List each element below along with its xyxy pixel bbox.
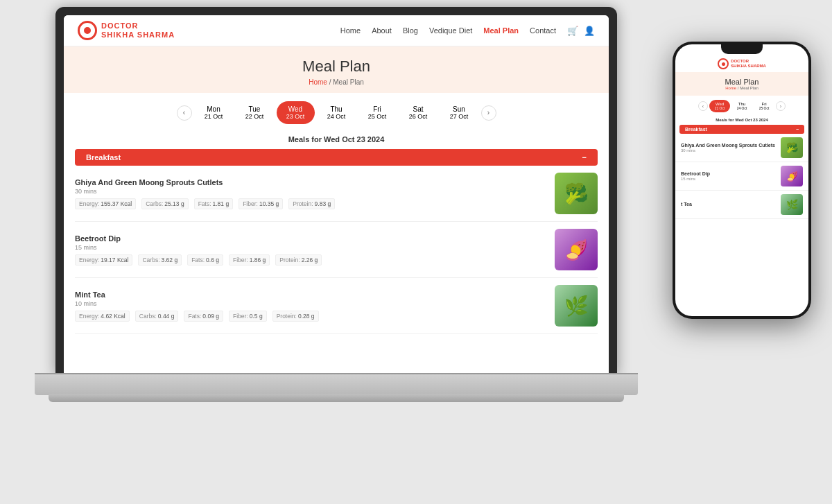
phone-meal-cutlets: Ghiya And Green Moong Sprouts Cutlets 30… — [675, 134, 808, 162]
phone: DOCTOR SHIKHA SHARMA Meal Plan Home / Me… — [673, 42, 811, 319]
nav-blog[interactable]: Blog — [403, 26, 418, 35]
phone-logo-top: DOCTOR — [731, 59, 766, 64]
phone-prev-day[interactable]: ‹ — [698, 101, 708, 111]
laptop-foot — [49, 394, 624, 402]
nutrition-carbs-2: Carbs: 3.62 g — [138, 254, 182, 266]
phone-meal-beetroot-info: Beetroot Dip 15 mins — [681, 171, 777, 181]
nav-links: Home About Blog Vedique Diet Meal Plan C… — [340, 26, 556, 35]
user-icon[interactable]: 👤 — [584, 26, 595, 36]
meal-cutlets-name: Ghiya And Green Moong Sprouts Cutlets — [75, 178, 548, 186]
breakfast-section-header: Breakfast − — [75, 149, 598, 166]
phone-logo-text: DOCTOR SHIKHA SHARMA — [731, 59, 766, 68]
nav-contact[interactable]: Contact — [530, 26, 556, 35]
phone-logo: DOCTOR SHIKHA SHARMA — [718, 58, 766, 69]
nutrition-fats-1: Fats: 1.81 g — [194, 198, 234, 209]
nutrition-fiber-3: Fiber: 0.5 g — [229, 311, 267, 322]
phone-meals-header: Meals for Wed Oct 23 2024 — [675, 116, 808, 125]
nutrition-protein-2: Protein: 2.26 g — [275, 254, 322, 266]
logo-inner-icon — [84, 27, 91, 34]
nav-about[interactable]: About — [372, 26, 392, 35]
meal-mint-time: 10 mins — [75, 300, 548, 307]
meal-beetroot-info: Beetroot Dip 15 mins Energy: 19.17 Kcal … — [75, 234, 548, 266]
meal-mint-info: Mint Tea 10 mins Energy: 4.62 Kcal Carbs… — [75, 290, 548, 322]
meal-cutlets-info: Ghiya And Green Moong Sprouts Cutlets 30… — [75, 178, 548, 209]
nutrition-carbs-3: Carbs: 0.44 g — [135, 311, 179, 322]
phone-collapse-icon[interactable]: − — [796, 127, 799, 132]
nutrition-fiber-1: Fiber: 10.35 g — [239, 198, 283, 209]
phone-breakfast-label: Breakfast — [685, 127, 707, 132]
phone-day-thu[interactable]: Thu 24 Oct — [731, 100, 752, 112]
nutrition-protein-3: Protein: 0.28 g — [272, 311, 319, 322]
phone-day-wed[interactable]: Wed 21 Oct — [709, 100, 730, 112]
meal-cutlets-time: 30 mins — [75, 188, 548, 195]
day-wed[interactable]: Wed 23 Oct — [277, 101, 315, 124]
nav-vedique-diet[interactable]: Vedique Diet — [429, 26, 472, 35]
day-sat[interactable]: Sat 26 Oct — [399, 101, 437, 124]
phone-meal-cutlets-info: Ghiya And Green Moong Sprouts Cutlets 30… — [681, 143, 777, 153]
nutrition-energy-2: Energy: 19.17 Kcal — [75, 254, 132, 266]
laptop: DOCTOR SHIKHA SHARMA Home About Blog Ved… — [35, 7, 638, 492]
day-fri[interactable]: Fri 25 Oct — [358, 101, 397, 124]
meal-mint-name: Mint Tea — [75, 290, 548, 299]
phone-nav: DOCTOR SHIKHA SHARMA — [675, 55, 808, 72]
phone-mint-name: t Tea — [681, 202, 777, 207]
nutrition-fiber-2: Fiber: 1.86 g — [229, 254, 270, 266]
phone-day-selector: ‹ Wed 21 Oct Thu 24 Oct Fri 25 Oct › — [675, 96, 808, 116]
site-navigation: DOCTOR SHIKHA SHARMA Home About Blog Ved… — [64, 15, 609, 46]
phone-cutlets-image: 🥦 — [781, 137, 803, 158]
phone-meal-beetroot: Beetroot Dip 15 mins 🍠 — [675, 162, 808, 191]
collapse-breakfast-icon[interactable]: − — [582, 153, 587, 162]
logo-top-text: DOCTOR — [101, 21, 175, 31]
nutrition-fats-2: Fats: 0.6 g — [187, 254, 223, 266]
phone-page-title: Meal Plan — [681, 78, 803, 86]
phone-day-fri[interactable]: Fri 25 Oct — [754, 100, 774, 112]
day-mon[interactable]: Mon 21 Oct — [195, 101, 233, 124]
nutrition-energy-3: Energy: 4.62 Kcal — [75, 311, 130, 322]
phone-breakfast-header: Breakfast − — [679, 125, 804, 134]
phone-cutlets-name: Ghiya And Green Moong Sprouts Cutlets — [681, 143, 777, 148]
phone-outer: DOCTOR SHIKHA SHARMA Meal Plan Home / Me… — [673, 42, 811, 319]
prev-day-button[interactable]: ‹ — [177, 105, 192, 121]
logo: DOCTOR SHIKHA SHARMA — [78, 21, 175, 40]
meal-mint-image: 🌿 — [555, 285, 598, 327]
day-thu[interactable]: Thu 24 Oct — [318, 101, 356, 124]
meal-item-mint-tea: Mint Tea 10 mins Energy: 4.62 Kcal Carbs… — [75, 278, 598, 334]
logo-text: DOCTOR SHIKHA SHARMA — [101, 21, 175, 40]
laptop-screen: DOCTOR SHIKHA SHARMA Home About Blog Ved… — [55, 7, 617, 374]
nav-meal-plan[interactable]: Meal Plan — [483, 26, 519, 35]
logo-circle-icon — [78, 21, 97, 40]
breadcrumb-home[interactable]: Home — [309, 78, 327, 86]
phone-beetroot-name: Beetroot Dip — [681, 171, 777, 176]
nav-home[interactable]: Home — [340, 26, 361, 35]
meal-cutlets-nutrition: Energy: 155.37 Kcal Carbs: 25.13 g Fats:… — [75, 198, 548, 209]
next-day-button[interactable]: › — [481, 105, 496, 121]
logo-brand-text: SHIKHA SHARMA — [101, 31, 175, 40]
meal-cutlets-image: 🥦 — [555, 173, 598, 214]
phone-next-day[interactable]: › — [776, 101, 786, 111]
phone-breadcrumb-current: Meal Plan — [740, 86, 759, 90]
phone-beetroot-image: 🍠 — [781, 166, 803, 186]
phone-meal-mint-info: t Tea — [681, 202, 777, 207]
meal-beetroot-name: Beetroot Dip — [75, 234, 548, 243]
laptop-content: DOCTOR SHIKHA SHARMA Home About Blog Ved… — [64, 15, 609, 374]
day-tue[interactable]: Tue 22 Oct — [236, 101, 274, 124]
phone-breadcrumb-home: Home — [725, 86, 736, 90]
meal-beetroot-time: 15 mins — [75, 244, 548, 251]
meal-beetroot-nutrition: Energy: 19.17 Kcal Carbs: 3.62 g Fats: 0… — [75, 254, 548, 266]
hero-section: Meal Plan Home / Meal Plan — [64, 46, 609, 93]
cart-icon[interactable]: 🛒 — [567, 26, 578, 36]
nutrition-protein-1: Protein: 9.83 g — [288, 198, 335, 209]
meal-item-beetroot: Beetroot Dip 15 mins Energy: 19.17 Kcal … — [75, 222, 598, 278]
phone-logo-brand: SHIKHA SHARMA — [731, 64, 766, 69]
phone-inner: DOCTOR SHIKHA SHARMA Meal Plan Home / Me… — [675, 44, 808, 316]
breakfast-label: Breakfast — [86, 153, 121, 162]
laptop-base — [35, 374, 638, 395]
day-sun[interactable]: Sun 27 Oct — [440, 101, 478, 124]
breadcrumb: Home / Meal Plan — [78, 78, 595, 86]
meal-list: Ghiya And Green Moong Sprouts Cutlets 30… — [64, 166, 609, 334]
meal-item-cutlets: Ghiya And Green Moong Sprouts Cutlets 30… — [75, 166, 598, 222]
nutrition-carbs-1: Carbs: 25.13 g — [141, 198, 188, 209]
breadcrumb-current: Meal Plan — [333, 78, 363, 86]
nutrition-fats-3: Fats: 0.09 g — [184, 311, 223, 322]
meal-beetroot-image: 🍠 — [555, 229, 598, 270]
